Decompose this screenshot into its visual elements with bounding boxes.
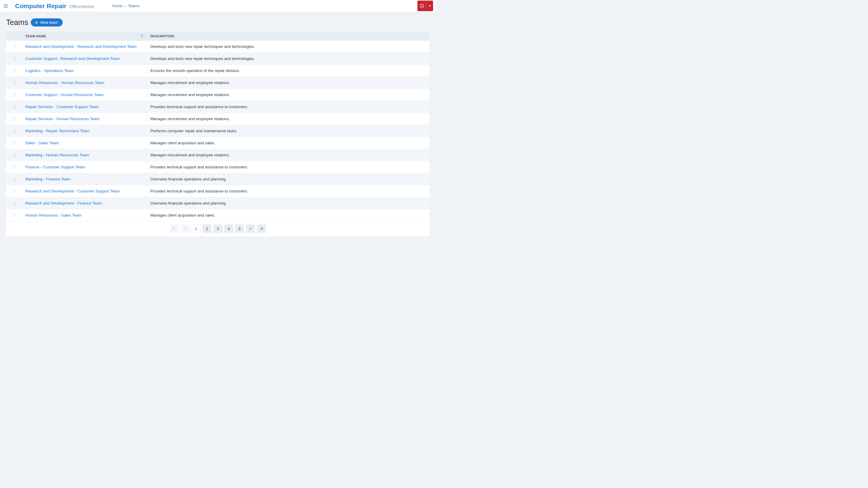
team-description: Manages client acquisition and sales. <box>148 141 430 145</box>
svg-point-11 <box>14 60 15 60</box>
row-menu-button[interactable] <box>11 55 18 62</box>
hamburger-menu-button[interactable] <box>0 0 11 12</box>
row-menu-button[interactable] <box>11 175 18 183</box>
row-menu-button[interactable] <box>11 164 18 171</box>
breadcrumb-home[interactable]: Home <box>112 4 123 8</box>
chevron-right-icon <box>248 227 253 231</box>
table-row: Research and Development - Finance Team … <box>6 197 430 209</box>
svg-point-36 <box>14 165 15 166</box>
table-body: Research and Development - Research and … <box>6 41 430 221</box>
more-vertical-icon <box>12 141 17 145</box>
team-description: Develops and tests new repair techniques… <box>148 44 430 49</box>
page-number-5[interactable]: 5 <box>235 224 244 233</box>
svg-point-35 <box>14 156 15 157</box>
page-first-button <box>170 224 179 233</box>
table-row: Research and Development - Customer Supp… <box>6 185 430 197</box>
svg-point-15 <box>14 81 15 82</box>
team-description: Provides technical support and assistanc… <box>148 189 430 193</box>
team-name-link[interactable]: Logistics - Operations Team <box>25 68 74 73</box>
notifications-button[interactable] <box>417 1 427 11</box>
row-menu-button[interactable] <box>11 91 18 98</box>
row-menu-button[interactable] <box>11 43 18 50</box>
brand: Computer Repair OfficeSeries <box>11 2 98 10</box>
row-menu-button[interactable] <box>11 152 18 159</box>
team-name-link[interactable]: Human Resources - Sales Team <box>25 213 82 218</box>
team-name-link[interactable]: Sales - Sales Team <box>25 141 59 145</box>
team-name-link[interactable]: Research and Development - Customer Supp… <box>25 189 120 193</box>
team-name-link[interactable]: Marketing - Repair Technicians Team <box>25 129 90 133</box>
filter-button[interactable] <box>140 34 146 38</box>
svg-point-16 <box>14 83 15 83</box>
svg-point-23 <box>14 108 15 108</box>
team-description: Provides technical support and assistanc… <box>148 104 430 109</box>
table-row: Customer Support - Human Resources Team … <box>6 89 430 101</box>
row-menu-button[interactable] <box>11 116 18 123</box>
row-menu-button[interactable] <box>11 79 18 87</box>
more-vertical-icon <box>12 201 17 205</box>
more-vertical-icon <box>12 165 17 169</box>
svg-point-22 <box>14 107 15 107</box>
row-menu-button[interactable] <box>11 139 18 147</box>
row-menu-button[interactable] <box>11 200 18 207</box>
svg-point-20 <box>14 96 15 96</box>
breadcrumb: Home » Teams <box>112 4 140 8</box>
page-last-button[interactable] <box>257 224 266 233</box>
svg-point-50 <box>14 216 15 217</box>
plus-icon <box>34 21 38 25</box>
team-name-link[interactable]: Human Resources - Human Resources Team <box>25 80 104 85</box>
svg-point-28 <box>14 131 15 131</box>
team-name-link[interactable]: Research and Development - Finance Team <box>25 201 102 205</box>
page-number-3[interactable]: 3 <box>213 224 222 233</box>
svg-point-41 <box>14 180 15 181</box>
svg-point-43 <box>14 191 15 192</box>
row-menu-button[interactable] <box>11 67 18 74</box>
svg-point-12 <box>14 69 15 70</box>
filter-icon <box>140 34 144 38</box>
header-desc-label: DESCRIPTION <box>150 34 174 38</box>
table-row: Finance - Customer Support Team Provides… <box>6 161 430 173</box>
team-name-link[interactable]: Repair Services - Human Resources Team <box>25 117 99 121</box>
svg-point-34 <box>14 155 15 156</box>
table-row: Human Resources - Sales Team Manages cli… <box>6 209 430 221</box>
user-dropdown-button[interactable] <box>427 1 433 11</box>
svg-point-13 <box>14 70 15 71</box>
team-name-link[interactable]: Finance - Customer Support Team <box>25 165 85 169</box>
svg-point-31 <box>14 143 15 143</box>
more-vertical-icon <box>12 129 17 133</box>
row-menu-button[interactable] <box>11 103 18 110</box>
page-next-button[interactable] <box>246 224 255 233</box>
more-vertical-icon <box>12 153 17 157</box>
page-number-4[interactable]: 4 <box>224 224 233 233</box>
pagination: 12345 <box>6 221 430 236</box>
page-number-1[interactable]: 1 <box>192 224 201 233</box>
team-name-link[interactable]: Marketing - Human Resources Team <box>25 153 89 157</box>
table-row: Customer Support - Research and Developm… <box>6 53 430 65</box>
team-name-link[interactable]: Customer Support - Human Resources Team <box>25 93 104 97</box>
breadcrumb-current[interactable]: Teams <box>128 4 140 8</box>
team-name-link[interactable]: Marketing - Finance Team <box>25 177 70 181</box>
table-row: Human Resources - Human Resources Team M… <box>6 77 430 89</box>
page-number-2[interactable]: 2 <box>203 224 212 233</box>
team-name-link[interactable]: Research and Development - Research and … <box>25 44 136 49</box>
new-team-button[interactable]: New team <box>31 19 63 27</box>
svg-point-44 <box>14 192 15 193</box>
row-menu-button[interactable] <box>11 188 18 195</box>
chevron-down-icon <box>429 5 431 7</box>
team-description: Performs computer repair and maintenance… <box>148 129 430 133</box>
row-menu-button[interactable] <box>11 212 18 219</box>
header-description-col[interactable]: DESCRIPTION <box>148 34 430 38</box>
team-name-link[interactable]: Customer Support - Research and Developm… <box>25 56 120 61</box>
page-header: Teams New team <box>6 18 430 27</box>
row-menu-button[interactable] <box>11 127 18 135</box>
header-name-col[interactable]: TEAM NAME <box>23 34 148 38</box>
svg-point-19 <box>14 95 15 95</box>
hamburger-icon <box>3 3 8 9</box>
svg-point-25 <box>14 119 15 119</box>
topbar-right <box>417 1 435 11</box>
table-row: Repair Services - Human Resources Team M… <box>6 113 430 125</box>
team-description: Manages recruitment and employee relatio… <box>148 153 430 157</box>
first-page-icon <box>173 227 177 231</box>
topbar: Computer Repair OfficeSeries Home » Team… <box>0 0 435 12</box>
more-vertical-icon <box>12 105 17 109</box>
team-name-link[interactable]: Repair Services - Customer Support Team <box>25 104 99 109</box>
